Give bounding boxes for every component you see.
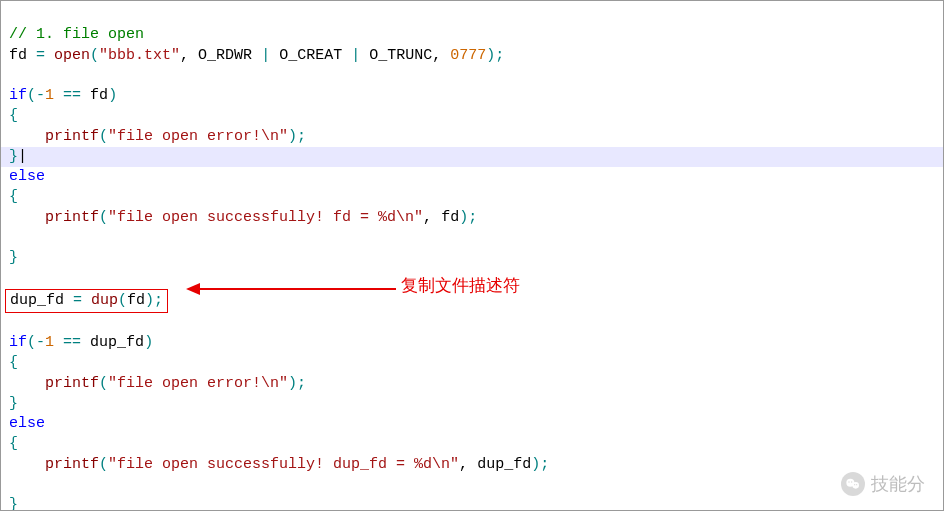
brace-close: } [9, 249, 18, 266]
watermark-text: 技能分 [871, 472, 925, 496]
svg-point-4 [848, 481, 849, 482]
highlighted-box: dup_fd = dup(fd); [5, 289, 168, 313]
highlighted-line: }| [1, 147, 943, 167]
svg-point-5 [851, 481, 852, 482]
keyword-else: else [9, 415, 45, 432]
keyword-else: else [9, 168, 45, 185]
code-comment: // 1. file open [9, 26, 144, 43]
watermark: 技能分 [841, 472, 925, 496]
svg-point-7 [856, 484, 857, 485]
code-line: printf("file open error!\n"); [9, 128, 306, 145]
code-line: printf("file open successfully! dup_fd =… [9, 456, 549, 473]
brace-open: { [9, 188, 18, 205]
code-line: if(-1 == dup_fd) [9, 334, 153, 351]
brace-open: { [9, 354, 18, 371]
svg-point-3 [852, 482, 859, 489]
brace-open: { [9, 435, 18, 452]
brace-close: } [9, 496, 18, 511]
code-line: printf("file open error!\n"); [9, 375, 306, 392]
svg-point-6 [854, 484, 855, 485]
brace-close: } [9, 395, 18, 412]
code-line: printf("file open successfully! fd = %d\… [9, 209, 477, 226]
code-line: if(-1 == fd) [9, 87, 117, 104]
brace-open: { [9, 107, 18, 124]
code-line: fd = open("bbb.txt", O_RDWR | O_CREAT | … [9, 47, 504, 64]
code-editor: // 1. file open fd = open("bbb.txt", O_R… [1, 1, 943, 511]
wechat-icon [841, 472, 865, 496]
